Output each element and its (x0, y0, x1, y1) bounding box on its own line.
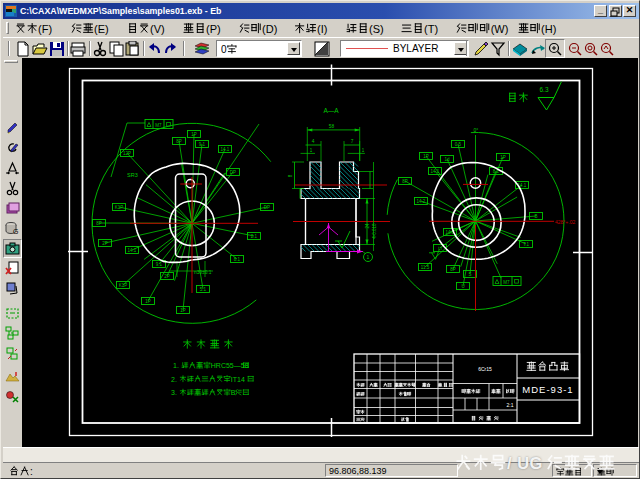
svg-text:12P: 12P (123, 151, 131, 156)
svg-text::: : (30, 466, 33, 477)
svg-text:9.1: 9.1 (199, 142, 206, 147)
svg-text:DP: DP (264, 205, 270, 210)
svg-text:(F): (F) (38, 23, 52, 35)
svg-text:7: 7 (351, 139, 354, 144)
svg-text:1: 1 (362, 148, 365, 153)
svg-text:14.1: 14.1 (431, 169, 440, 174)
svg-text:1.: 1. (173, 362, 179, 369)
svg-text:1: 1 (310, 148, 313, 153)
svg-text:.: . (442, 383, 443, 388)
svg-text:S: S (468, 272, 471, 277)
svg-text:4: 4 (312, 139, 315, 144)
svg-text:1d: 1d (444, 157, 450, 162)
svg-text:A—A: A—A (323, 107, 339, 114)
svg-text:1: 1 (367, 254, 370, 260)
svg-text:2.: 2. (171, 376, 177, 383)
svg-text:B: B (231, 389, 236, 396)
svg-text:K1P: K1P (115, 205, 124, 210)
svg-text:B: B (534, 214, 537, 219)
svg-text:24: 24 (365, 223, 370, 229)
svg-text:G: G (13, 228, 18, 235)
svg-text:T.1: T.1 (523, 242, 530, 247)
svg-text:(S): (S) (369, 23, 384, 35)
svg-text:K1P: K1P (119, 283, 128, 288)
svg-text:2P: 2P (164, 274, 170, 279)
svg-text:8P: 8P (96, 221, 102, 226)
svg-text:SR3: SR3 (127, 172, 138, 178)
svg-text:0: 0 (221, 44, 227, 55)
svg-text:(T): (T) (424, 23, 438, 35)
svg-text:1P: 1P (180, 308, 186, 313)
svg-text:IT14: IT14 (231, 376, 245, 383)
svg-text:58: 58 (329, 124, 335, 129)
svg-text:8P: 8P (176, 139, 182, 144)
svg-text:8: 8 (288, 174, 293, 177)
svg-text:3.: 3. (171, 389, 177, 396)
svg-text:1P: 1P (500, 155, 506, 160)
svg-text:4-0.018: 4-0.018 (372, 223, 377, 239)
svg-text:(H): (H) (541, 23, 556, 35)
svg-text:(D): (D) (262, 23, 277, 35)
svg-text:(P): (P) (206, 23, 221, 35)
svg-text:8.1: 8.1 (234, 257, 241, 262)
svg-text:(V): (V) (150, 23, 165, 35)
svg-text:(E): (E) (94, 23, 109, 35)
svg-text:2.1: 2.1 (251, 234, 258, 239)
svg-text:2P: 2P (102, 241, 108, 246)
svg-text:1P: 1P (423, 154, 429, 159)
svg-text:2:1: 2:1 (507, 402, 514, 408)
svg-text:HRC55—58: HRC55—58 (211, 362, 249, 369)
svg-text:M7: M7 (155, 123, 162, 128)
svg-text:1P: 1P (191, 132, 197, 137)
svg-text:0.5: 0.5 (455, 142, 462, 147)
svg-text:MDE-93-1: MDE-93-1 (522, 384, 573, 395)
svg-text:0°: 0° (474, 127, 479, 133)
svg-text:M7: M7 (503, 280, 510, 285)
svg-text:9.1: 9.1 (156, 262, 163, 267)
svg-text:11.5: 11.5 (421, 265, 430, 270)
svg-text:8P: 8P (402, 179, 408, 184)
svg-text:(W): (W) (491, 23, 509, 35)
svg-text:428°+.02: 428°+.02 (555, 219, 575, 225)
svg-text:14.1: 14.1 (128, 248, 137, 253)
svg-text:6.3: 6.3 (540, 86, 549, 93)
svg-text:DP: DP (230, 170, 236, 175)
svg-text:6Cr15: 6Cr15 (478, 366, 492, 372)
svg-text:U: U (461, 284, 464, 289)
svg-text:.: . (448, 383, 449, 388)
svg-text:(I): (I) (317, 23, 327, 35)
svg-text:/ UG: / UG (507, 454, 543, 472)
svg-text:1P: 1P (145, 299, 151, 304)
svg-text:8P: 8P (450, 267, 456, 272)
svg-text:14.2: 14.2 (417, 199, 426, 204)
svg-text:14.1: 14.1 (221, 147, 230, 152)
svg-text:5.1: 5.1 (200, 287, 207, 292)
